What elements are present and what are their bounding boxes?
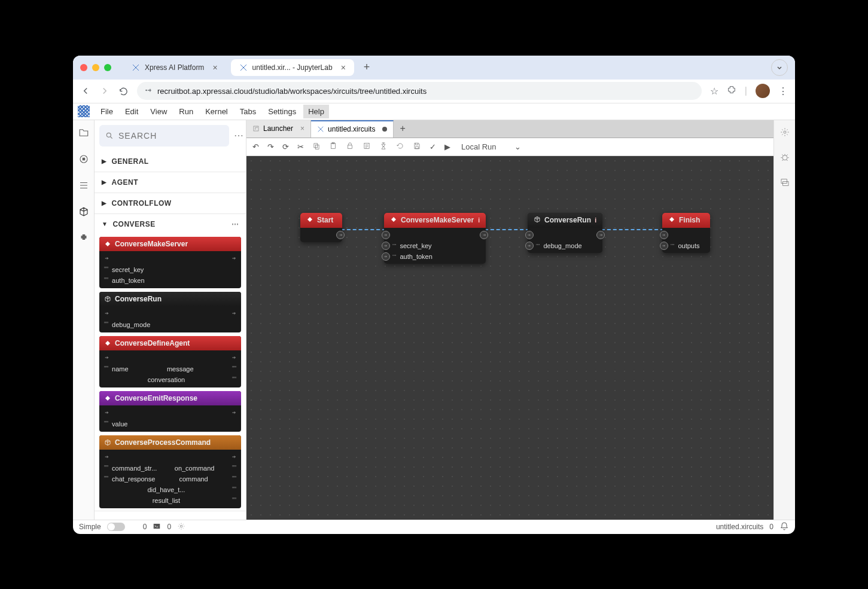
input-port[interactable]	[525, 231, 534, 239]
info-icon[interactable]: i	[595, 217, 596, 224]
terminal-status-icon[interactable]	[153, 522, 161, 532]
flow-in-port[interactable]	[104, 355, 110, 362]
refresh-icon[interactable]: ⟳	[282, 142, 289, 151]
flow-in-port[interactable]	[104, 310, 110, 318]
menu-edit[interactable]: Edit	[120, 105, 143, 118]
menu-run[interactable]: Run	[174, 105, 198, 118]
chat-icon[interactable]	[780, 178, 790, 190]
running-icon[interactable]	[78, 154, 89, 167]
save-icon[interactable]	[413, 142, 421, 152]
input-port[interactable]	[660, 231, 668, 239]
flow-out-port[interactable]	[230, 255, 236, 263]
extensions-icon[interactable]	[727, 85, 736, 97]
menu-view[interactable]: View	[145, 105, 172, 118]
flow-out-port[interactable]	[230, 454, 236, 461]
close-tab-icon[interactable]: ×	[212, 63, 217, 72]
search-input[interactable]	[118, 131, 223, 141]
wire[interactable]	[341, 229, 386, 230]
node-title: Start	[317, 216, 333, 224]
browser-menu-icon[interactable]: ⋮	[778, 86, 788, 97]
node-run[interactable]: ConverseRuni""debug_mode	[528, 213, 602, 253]
lock-icon[interactable]	[346, 142, 354, 152]
info-icon[interactable]: i	[478, 217, 480, 224]
property-panel-icon[interactable]	[780, 127, 790, 139]
reload-canvas-icon[interactable]	[396, 142, 404, 152]
wire[interactable]	[601, 229, 664, 230]
input-port[interactable]	[382, 252, 390, 261]
cut-icon[interactable]: ✂	[297, 142, 304, 151]
output-port[interactable]	[596, 231, 605, 239]
close-window-button[interactable]	[80, 64, 87, 71]
flow-out-port[interactable]	[230, 310, 236, 318]
port-type-icon: ""	[232, 486, 236, 493]
copy-icon[interactable]	[312, 142, 321, 152]
simple-mode-toggle[interactable]	[107, 523, 125, 531]
new-tab-button[interactable]: +	[359, 61, 375, 74]
component-ConverseDefineAgent[interactable]: ConverseDefineAgent""namemessage""conver…	[99, 336, 241, 387]
new-launcher-button[interactable]: +	[394, 123, 411, 134]
reload-button[interactable]	[118, 86, 129, 96]
component-ConverseRun[interactable]: ConverseRun""debug_mode	[99, 292, 241, 332]
close-tab-icon[interactable]: ×	[341, 63, 346, 72]
menu-kernel[interactable]: Kernel	[200, 105, 233, 118]
log-icon[interactable]	[363, 142, 371, 152]
component-ConverseMakeServer[interactable]: ConverseMakeServer""secret_key""auth_tok…	[99, 237, 241, 288]
minimize-window-button[interactable]	[92, 64, 99, 71]
close-icon[interactable]: ×	[300, 124, 304, 133]
files-icon[interactable]	[78, 127, 89, 141]
flow-in-port[interactable]	[104, 410, 110, 417]
paste-icon[interactable]	[329, 142, 337, 152]
forward-button[interactable]	[99, 86, 110, 96]
doc-tab-launcher[interactable]: Launcher ×	[246, 120, 311, 138]
back-button[interactable]	[80, 86, 91, 96]
node-make[interactable]: ConverseMakeServeri""secret_key""auth_to…	[384, 213, 486, 264]
search-box[interactable]	[99, 125, 229, 147]
component-ConverseProcessCommand[interactable]: ConverseProcessCommand""command_str...on…	[99, 435, 241, 508]
flow-out-port[interactable]	[230, 410, 236, 417]
extensions-panel-icon[interactable]	[78, 233, 89, 246]
notification-icon[interactable]	[779, 521, 789, 533]
doc-tab-xircuits[interactable]: untitled.xircuits	[311, 120, 394, 138]
url-input[interactable]: recruitbot.ap.xpressai.cloud/studio/lab/…	[137, 82, 702, 100]
menu-settings[interactable]: Settings	[263, 105, 301, 118]
browser-tab-1[interactable]: untitled.xir... - JupyterLab ×	[231, 59, 354, 76]
run-mode-select[interactable]: Local Run⌄	[461, 142, 521, 151]
profile-avatar[interactable]	[756, 84, 770, 98]
svg-point-19	[180, 525, 182, 527]
component-ConverseEmitResponse[interactable]: ConverseEmitResponse""value	[99, 391, 241, 432]
debug-icon[interactable]	[780, 152, 790, 164]
input-port[interactable]	[382, 231, 390, 239]
site-info-icon[interactable]	[144, 86, 153, 96]
flow-in-port[interactable]	[104, 454, 110, 461]
browser-tab-0[interactable]: Xpress AI Platform ×	[123, 59, 226, 76]
flow-in-port[interactable]	[104, 255, 110, 263]
input-port[interactable]	[382, 242, 390, 250]
sidebar-more-icon[interactable]: ⋯	[234, 130, 243, 141]
node-finish[interactable]: Finish""outputs	[662, 213, 710, 253]
timer-icon[interactable]	[379, 142, 388, 152]
bookmark-icon[interactable]: ☆	[710, 86, 718, 97]
output-port[interactable]	[480, 231, 488, 239]
category-more-icon[interactable]: ⋯	[232, 220, 239, 228]
menu-tabs[interactable]: Tabs	[235, 105, 261, 118]
chevron-right-icon: ▶	[102, 158, 107, 164]
output-port[interactable]	[336, 231, 345, 239]
maximize-window-button[interactable]	[104, 64, 111, 71]
menu-help[interactable]: Help	[303, 105, 329, 118]
input-port[interactable]	[660, 242, 668, 250]
toc-icon[interactable]	[78, 180, 89, 193]
input-port[interactable]	[525, 242, 534, 250]
redo-icon[interactable]: ↷	[267, 142, 274, 151]
undo-icon[interactable]: ↶	[252, 142, 259, 151]
run-icon[interactable]: ▶	[444, 142, 450, 151]
menu-file[interactable]: File	[96, 105, 118, 118]
flow-out-port[interactable]	[230, 355, 236, 362]
browser-overflow-button[interactable]	[771, 59, 788, 76]
node-start[interactable]: Start	[300, 213, 342, 242]
node-icon	[534, 216, 541, 225]
kernel-status-icon[interactable]	[177, 522, 185, 532]
canvas[interactable]: StartConverseMakeServeri""secret_key""au…	[246, 156, 773, 520]
components-icon[interactable]	[78, 206, 89, 219]
validate-icon[interactable]: ✓	[430, 142, 436, 151]
wire[interactable]	[485, 229, 529, 230]
